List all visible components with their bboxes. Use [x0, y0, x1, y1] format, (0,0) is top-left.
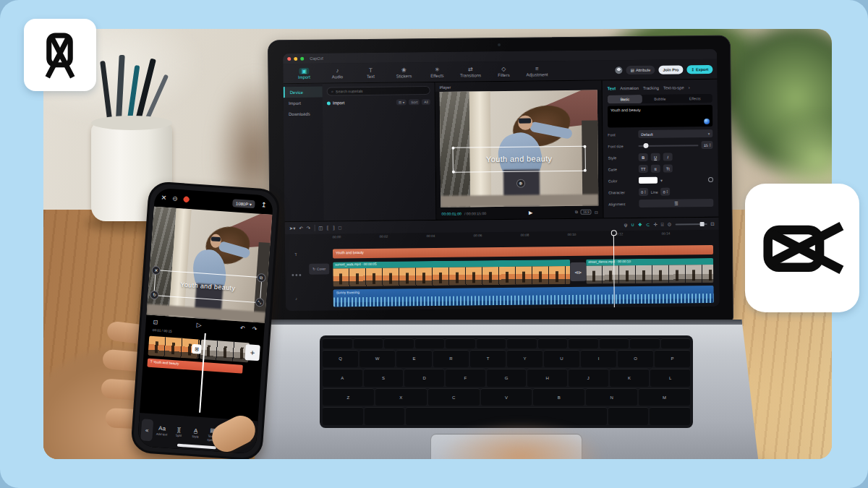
microphone-icon[interactable]: ψ: [624, 222, 628, 227]
tab-stickers[interactable]: ❀ Stickers: [387, 67, 420, 78]
tab-animation[interactable]: Animation: [620, 85, 639, 90]
tab-tracking[interactable]: Tracking: [643, 85, 659, 90]
text-selection-box[interactable]: Youth and beauty: [453, 146, 585, 173]
view-grid-icon[interactable]: ⊞ ▾: [396, 99, 407, 105]
stepper-icon[interactable]: ▴▾: [666, 189, 668, 194]
handle-icon[interactable]: [583, 169, 586, 172]
play-button[interactable]: ▶: [529, 210, 532, 215]
attribute-button[interactable]: ▤ Attribute: [626, 65, 655, 74]
play-button[interactable]: ▷: [196, 321, 202, 328]
tab-adjustment[interactable]: ≡ Adjustment: [520, 65, 553, 77]
split-icon[interactable]: ◫: [318, 225, 323, 231]
transition-icon[interactable]: ⊠: [192, 344, 202, 354]
zoom-icon[interactable]: [300, 56, 304, 60]
italic-button[interactable]: I: [663, 153, 673, 161]
subtab-effects[interactable]: Effects: [677, 94, 712, 103]
tab-text-to-speech[interactable]: Text-to-spe: [663, 85, 684, 90]
color-swatch[interactable]: [639, 177, 658, 184]
video-track-header[interactable]: [285, 262, 307, 287]
titlecase-button[interactable]: Tt: [663, 165, 673, 173]
add-clip-button[interactable]: +: [244, 344, 260, 361]
search-input[interactable]: [336, 88, 426, 93]
sidebar-item-downloads[interactable]: Downloads: [284, 108, 323, 120]
minimize-icon[interactable]: [294, 56, 297, 60]
subtab-bubble[interactable]: Bubble: [642, 94, 677, 103]
video-clip-2[interactable]: street_dance.mp4 · 00:00:10: [586, 258, 713, 284]
snapshot-icon[interactable]: ⊙: [668, 221, 672, 227]
join-pro-button[interactable]: Join Pro: [658, 65, 683, 74]
delete-icon[interactable]: □: [339, 225, 341, 230]
font-size-spinner[interactable]: 15 ▴▾: [702, 141, 713, 149]
font-select[interactable]: Default ▾: [638, 129, 712, 138]
magnet-icon[interactable]: ∪: [631, 222, 634, 228]
undo-icon[interactable]: ↶: [240, 325, 245, 331]
delete-handle-icon[interactable]: ✕: [151, 266, 161, 275]
tab-effects[interactable]: ✳ Effects: [420, 66, 454, 77]
mobile-preview[interactable]: Youth and beauty ✕ ⧉ ↻ ⤡: [146, 207, 272, 323]
text-input-box[interactable]: Youth and beauty: [608, 105, 712, 128]
fullscreen-icon[interactable]: ⊡: [595, 210, 598, 214]
export-icon[interactable]: ↥: [261, 201, 267, 209]
fullscreen-icon[interactable]: ⊡: [153, 318, 158, 325]
alignment-button[interactable]: ☰: [639, 199, 713, 207]
export-button[interactable]: ↥ Export: [686, 64, 712, 73]
font-size-slider[interactable]: [638, 145, 698, 147]
tab-import[interactable]: ▣ Import: [287, 67, 320, 79]
back-button[interactable]: «: [140, 419, 153, 441]
bold-button[interactable]: B: [639, 153, 648, 161]
line-spacing-spinner[interactable]: 0 ▴▾: [661, 188, 671, 196]
tab-audio[interactable]: ♪ Audio: [320, 67, 354, 79]
avatar[interactable]: [616, 67, 623, 74]
fit-timeline-icon[interactable]: ⊡: [710, 221, 715, 226]
clip-frames-2[interactable]: [200, 340, 250, 363]
cursor-icon[interactable]: ➤▾: [289, 225, 296, 231]
tab-text[interactable]: T Text: [354, 67, 387, 78]
no-watermark-icon[interactable]: ⊖: [172, 194, 178, 202]
character-spacing-spinner[interactable]: 0 ▴▾: [639, 188, 648, 196]
text-track-header[interactable]: T: [285, 249, 307, 259]
slider-knob[interactable]: [643, 143, 648, 148]
sidebar-item-device[interactable]: Device: [284, 87, 323, 98]
filter-all-button[interactable]: All: [422, 99, 430, 105]
redo-icon[interactable]: ↷: [252, 325, 257, 332]
sidebar-item-import[interactable]: Import: [284, 98, 323, 109]
tab-text[interactable]: Text: [608, 86, 616, 90]
undo-icon[interactable]: ↶: [299, 225, 303, 231]
preview-axis-icon[interactable]: ⊂: [646, 221, 650, 227]
track-toggles[interactable]: [292, 273, 301, 275]
resolution-button[interactable]: 1080P ▾: [232, 199, 256, 208]
eyedropper-icon[interactable]: [708, 177, 713, 182]
stepper-icon[interactable]: ▴▾: [710, 142, 711, 147]
underline-button[interactable]: U: [651, 153, 660, 161]
rotate-handle-icon[interactable]: ⊕: [516, 179, 525, 187]
text-clip[interactable]: Youth and beauty: [333, 245, 713, 259]
player-video[interactable]: Youth and beauty ⊕: [440, 90, 599, 207]
comment-icon[interactable]: ⌸: [661, 221, 664, 227]
trim-right-icon[interactable]: ⟧: [333, 225, 335, 231]
handle-icon[interactable]: [583, 145, 586, 148]
search-bar[interactable]: ⌕: [327, 86, 430, 95]
tab-filters[interactable]: ◇ Filters: [487, 65, 520, 77]
stepper-icon[interactable]: ▴▾: [644, 189, 646, 194]
lowercase-button[interactable]: tt: [651, 165, 660, 173]
audio-clip[interactable]: Sunny Evening: [333, 286, 714, 307]
video-clip-1[interactable]: sunset_walk.mp4 · 00:00:05: [333, 260, 570, 286]
cover-button[interactable]: ↻ Cover: [309, 263, 329, 274]
handle-icon[interactable]: [452, 146, 455, 149]
close-icon[interactable]: [287, 57, 291, 61]
subtab-basic[interactable]: Basic: [608, 95, 642, 104]
tool-split[interactable]: ][ Split: [171, 426, 187, 438]
close-icon[interactable]: ✕: [161, 194, 166, 202]
uppercase-button[interactable]: TT: [639, 165, 648, 173]
tab-transitions[interactable]: ⇄ Transitions: [454, 66, 487, 77]
redo-icon[interactable]: ↷: [307, 225, 311, 231]
keyframe-icon[interactable]: ✛: [653, 221, 658, 227]
ratio-button[interactable]: 16:9: [581, 210, 592, 215]
tool-style[interactable]: A̲ Style: [187, 427, 203, 440]
link-icon[interactable]: ❖: [638, 221, 642, 227]
timeline-zoom-slider[interactable]: [675, 223, 707, 225]
tabs-overflow-icon[interactable]: ›: [689, 85, 690, 90]
zoom-knob[interactable]: [699, 222, 704, 226]
audio-track-header[interactable]: ♪: [286, 290, 307, 307]
mirror-icon[interactable]: ⧉: [575, 210, 578, 215]
